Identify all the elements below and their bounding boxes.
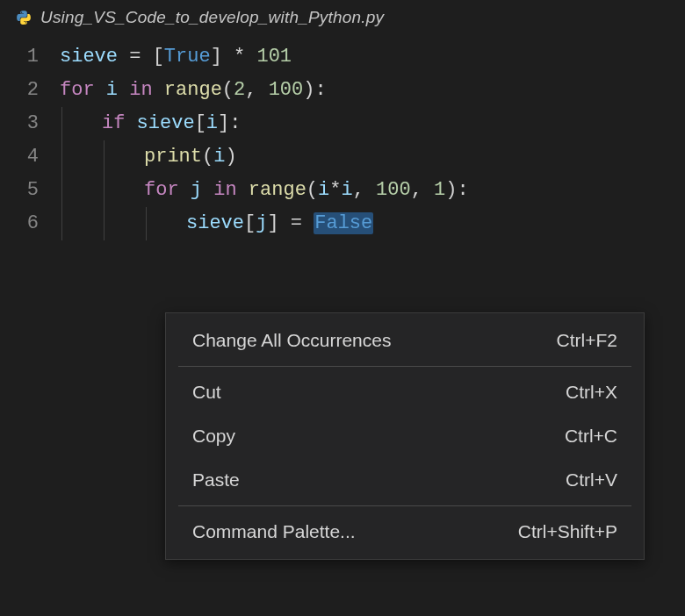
menu-item-label: Command Palette... (192, 521, 356, 542)
indent-guide (104, 140, 105, 174)
code-token (125, 112, 136, 134)
menu-item-shortcut: Ctrl+Shift+P (518, 521, 617, 542)
code-token: False (314, 212, 373, 234)
context-menu: Change All OccurrencesCtrl+F2CutCtrl+XCo… (165, 312, 645, 560)
code-token: print (144, 146, 202, 168)
code-line[interactable]: if sieve[i]: (60, 107, 685, 140)
menu-item-label: Change All Occurrences (192, 330, 391, 351)
code-token (245, 46, 256, 68)
menu-item-label: Cut (192, 382, 221, 403)
code-token: j (256, 212, 267, 234)
code-token: 100 (376, 179, 411, 201)
menu-separator (178, 366, 631, 367)
line-number: 5 (0, 174, 39, 207)
menu-item-shortcut: Ctrl+F2 (557, 330, 617, 351)
code-line[interactable]: sieve = [True] * 101 (60, 40, 685, 74)
code-token: 101 (256, 46, 292, 68)
code-token: * (329, 179, 341, 201)
menu-item-cut[interactable]: CutCtrl+X (166, 370, 644, 414)
code-token (179, 179, 191, 201)
code-token (118, 79, 129, 101)
code-token: = (291, 212, 302, 234)
code-token: ( (202, 146, 213, 168)
python-icon (16, 10, 32, 25)
indent-guide (146, 207, 147, 240)
code-token (237, 179, 249, 201)
code-token: ( (306, 179, 318, 201)
code-token: ] (267, 212, 278, 234)
code-token: in (213, 179, 236, 201)
code-line[interactable]: print(i) (60, 140, 685, 174)
code-token: range (164, 79, 222, 101)
code-line[interactable]: sieve[j] = False (60, 207, 685, 240)
menu-item-shortcut: Ctrl+C (565, 426, 617, 447)
menu-item-label: Paste (192, 469, 240, 491)
line-number: 6 (0, 207, 39, 240)
code-token (118, 46, 129, 68)
code-token: , (353, 179, 364, 201)
code-token: 100 (269, 79, 304, 101)
indent-guide (104, 207, 105, 240)
code-token: ) (225, 146, 236, 168)
indent-guide (104, 174, 105, 207)
code-token: : (457, 179, 468, 201)
code-area[interactable]: sieve = [True] * 101for i in range(2, 10… (60, 40, 685, 240)
code-token (153, 79, 164, 101)
menu-item-shortcut: Ctrl+V (566, 469, 617, 491)
indent-guide (61, 107, 62, 140)
tab-filename: Using_VS_Code_to_develop_with_Python.py (40, 8, 384, 27)
code-token: in (129, 79, 152, 101)
code-token: sieve (137, 112, 195, 134)
code-token: 1 (434, 179, 445, 201)
menu-item-change-all-occurrences[interactable]: Change All OccurrencesCtrl+F2 (166, 319, 644, 362)
code-token: i (206, 112, 218, 134)
code-token: ] (211, 46, 222, 68)
code-token (279, 212, 291, 234)
code-token (141, 46, 152, 68)
code-token (422, 179, 434, 201)
code-line[interactable]: for i in range(2, 100): (60, 74, 685, 107)
indent-guide (61, 174, 62, 207)
menu-item-command-palette[interactable]: Command Palette...Ctrl+Shift+P (166, 510, 644, 554)
line-number-gutter: 123456 (0, 40, 60, 240)
code-token (95, 79, 106, 101)
code-token (202, 179, 213, 201)
code-token: True (164, 46, 211, 68)
code-token: : (314, 79, 326, 101)
code-token: for (60, 79, 95, 101)
code-token: ) (303, 79, 314, 101)
code-line[interactable]: for j in range(i*i, 100, 1): (60, 174, 685, 207)
code-token: i (341, 179, 352, 201)
code-token: j (191, 179, 202, 201)
code-token (256, 79, 268, 101)
code-token (222, 46, 234, 68)
menu-item-shortcut: Ctrl+X (566, 382, 617, 403)
code-token: * (234, 46, 245, 68)
menu-separator (178, 505, 631, 506)
code-token (302, 212, 314, 234)
code-token: = (129, 46, 141, 68)
code-token: [ (153, 46, 164, 68)
code-token: for (144, 179, 179, 201)
code-token: i (106, 79, 118, 101)
editor-tab[interactable]: Using_VS_Code_to_develop_with_Python.py (0, 0, 685, 35)
line-number: 4 (0, 140, 39, 174)
indent-guide (61, 207, 62, 240)
code-token (364, 179, 376, 201)
code-token: ( (222, 79, 234, 101)
menu-item-paste[interactable]: PasteCtrl+V (166, 458, 644, 502)
code-token: , (245, 79, 256, 101)
line-number: 2 (0, 74, 39, 107)
code-token: sieve (186, 212, 244, 234)
code-editor[interactable]: 123456 sieve = [True] * 101for i in rang… (0, 35, 685, 240)
indent-guide (61, 140, 62, 174)
menu-item-copy[interactable]: CopyCtrl+C (166, 414, 644, 458)
code-token: , (411, 179, 422, 201)
code-token: sieve (60, 46, 118, 68)
menu-item-label: Copy (192, 426, 235, 447)
code-token: ] (218, 112, 229, 134)
code-token: 2 (234, 79, 245, 101)
code-token: [ (244, 212, 256, 234)
code-token: ) (445, 179, 457, 201)
line-number: 1 (0, 40, 39, 74)
